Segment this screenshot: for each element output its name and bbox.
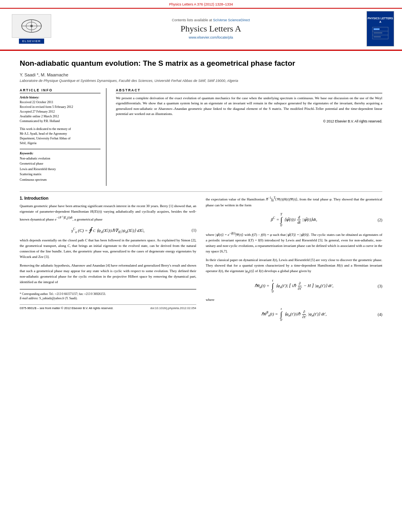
keywords-label: Keywords: [20,152,100,155]
equation-2-content: βC = T ∫ 0 ⟨ψ̃(t)|i ddt |ψ̃(t)⟩dt, [271,212,317,227]
equation-4: ℏθBn(t) = t ∫ 0 ⟨φn(t′)|iℏ ∂∂t′ |φn(t′)⟩… [206,307,382,322]
journal-ref-line: Physics Letters A 376 (2012) 1328–1334 [169,2,233,8]
right-para1: the expectation value of the Hamiltonian… [206,196,382,208]
equation-2-number: (2) [378,218,382,222]
footer-doi: doi:10.1016/j.physleta.2012.02.054 [150,306,196,310]
body-col-right: the expectation value of the Hamiltonian… [206,196,382,326]
section-divider [20,191,382,192]
keywords-group: Keywords: Non-adiabatic evolution Geomet… [20,152,100,183]
journal-center: Contents lists available at SciVerse Sci… [55,18,367,39]
equation-1: γCn (C) = ∮ C ⟨ψn(X⃗)|iℏ∇X⃗|ψn(X⃗)⟩ dX⃗,… [20,226,196,234]
footnote-text: * Corresponding author. Tel.: +213 0 661… [20,292,196,301]
paper-affiliation: Laboratoire de Physique Quantique et Sys… [20,79,382,83]
journal-header: Physics Letters A 376 (2012) 1328–1334 E… [0,0,402,51]
equation-3-content: ℏθn(t) = t ∫ 0 ⟨φn(t′)| [ iℏ ∂∂t′ − H ] … [255,278,333,293]
intro-para3: Removing the adiabatic hypothesis, Aharo… [20,263,196,285]
sciverse-link[interactable]: SciVerse ScienceDirect [213,18,250,22]
right-para2: where |ψ̃(t)⟩ = e−if(t)|Ψ(t)⟩ with f(T) … [206,231,382,254]
keywords-list: Non-adiabatic evolution Geometrical phas… [20,156,100,183]
right-para3: In their classical paper on dynamical in… [206,258,382,274]
svg-point-4 [30,25,33,27]
equation-1-content: γCn (C) = ∮ C ⟨ψn(X⃗)|iℏ∇X⃗|ψn(X⃗)⟩ dX⃗, [71,226,144,234]
equation-1-number: (1) [192,228,196,232]
footer-bottom: 0375-9601/$ – see front matter © 2012 El… [20,304,196,310]
equation-2: βC = T ∫ 0 ⟨ψ̃(t)|i ddt |ψ̃(t)⟩dt, (2) [206,212,382,227]
section1-heading: 1. Introduction [20,196,196,200]
equation-3: ℏθn(t) = t ∫ 0 ⟨φn(t′)| [ iℏ ∂∂t′ − H ] … [206,278,382,293]
history-label: Article history: [20,96,100,99]
svg-rect-10 [374,36,381,37]
journal-url[interactable]: www.elsevier.com/locate/pla [63,35,359,39]
metadata-section: ARTICLE INFO Article history: Received 2… [20,88,382,186]
right-para4: where [206,297,382,303]
article-info-label: ARTICLE INFO [20,88,100,93]
cover-title: PHYSICS LETTERS A [367,17,394,24]
abstract-label: ABSTRACT [116,88,382,93]
dedication-text: This work is dedicated to the memory of … [20,127,100,146]
journal-url-link[interactable]: www.elsevier.com/locate/pla [189,35,233,39]
sciverse-prefix: Contents lists available at [172,18,213,22]
paper-authors: Y. Saadi *, M. Maamache [20,72,382,77]
journal-banner: ELSEVIER Contents lists available at Sci… [0,9,402,49]
paper-footer: * Corresponding author. Tel.: +213 0 661… [20,289,196,301]
paper-title: Non-adiabatic quantum evolution: The S m… [20,59,382,69]
journal-cover-image: PHYSICS LETTERS A [367,11,394,46]
abstract-copyright: © 2012 Elsevier B.V. All rights reserved… [116,119,382,123]
abstract-col: ABSTRACT We present a complete derivatio… [116,88,382,186]
footer-copyright: 0375-9601/$ – see front matter © 2012 El… [20,306,113,310]
svg-rect-9 [374,32,382,33]
equation-3-number: (3) [378,284,382,288]
abstract-text: We present a complete derivation of the … [116,96,382,117]
body-col-left: 1. Introduction Quantum geometric phase … [20,196,196,326]
intro-para1: Quantum geometric phase have been attrac… [20,204,196,222]
history-dates: Received 22 October 2011 Received in rev… [20,100,100,124]
equation-4-number: (4) [378,312,382,317]
equation-4-content: ℏθBn(t) = t ∫ 0 ⟨φn(t′)|iℏ ∂∂t′ |φn(t′)⟩… [261,307,326,322]
elsevier-label: ELSEVIER [19,39,44,44]
body-section: 1. Introduction Quantum geometric phase … [20,196,382,326]
sciverse-line: Contents lists available at SciVerse Sci… [63,18,359,22]
journal-title-banner: Physics Letters A [63,24,359,34]
intro-para2: which depends essentially on the closed … [20,238,196,260]
elsevier-logo: ELSEVIER [8,14,55,44]
paper-content: Non-adiabatic quantum evolution: The S m… [0,51,402,334]
elsevier-logo-image [12,14,51,38]
article-info-col: ARTICLE INFO Article history: Received 2… [20,88,106,186]
svg-rect-8 [374,28,380,30]
article-history-group: Article history: Received 22 October 201… [20,96,100,124]
